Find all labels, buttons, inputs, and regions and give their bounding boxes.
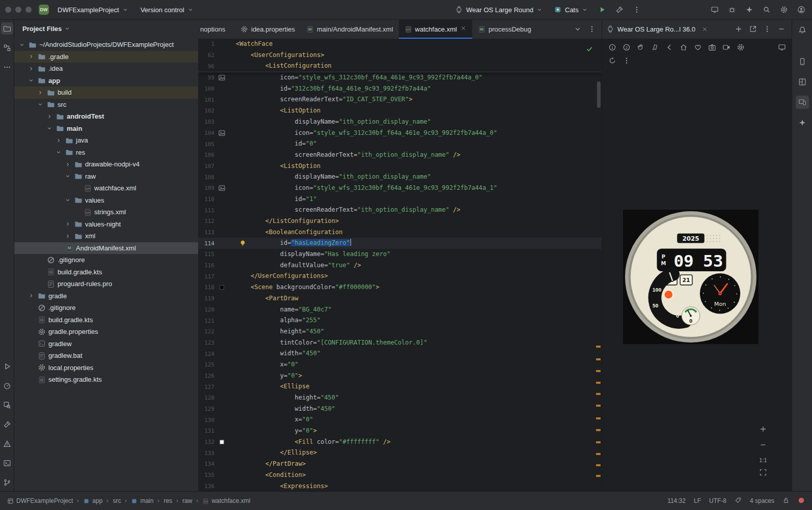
tree-item[interactable]: res bbox=[14, 147, 198, 159]
analysis-marker[interactable] bbox=[596, 405, 601, 407]
tree-item[interactable]: src bbox=[14, 99, 198, 111]
code-line[interactable]: 109 icon="style_wfs_312c30bf_f64a_461e_9… bbox=[198, 183, 602, 194]
chevron-down-icon[interactable] bbox=[65, 197, 71, 203]
heart-rate-button[interactable] bbox=[692, 41, 704, 53]
user-avatar[interactable] bbox=[795, 3, 808, 16]
code-line[interactable]: 104 icon="style_wfs_312c30bf_f64a_461e_9… bbox=[198, 128, 602, 139]
code-line[interactable]: 96 <ListConfiguration bbox=[198, 61, 602, 72]
code-line[interactable]: 129 width="450" bbox=[198, 404, 602, 415]
palm-button[interactable] bbox=[635, 41, 647, 53]
more-button[interactable] bbox=[620, 54, 633, 67]
project-button[interactable] bbox=[1, 22, 13, 35]
code-line[interactable]: 100 id="312c30bf_f64a_461e_9c93_992f2fb7… bbox=[198, 83, 602, 95]
chevron-right-icon[interactable] bbox=[65, 161, 71, 167]
code-line[interactable]: 120 name="BG_40c7" bbox=[198, 304, 602, 316]
hide-panel-button[interactable] bbox=[775, 22, 788, 36]
code-line[interactable]: 136 <Expressions> bbox=[198, 481, 602, 492]
tree-item[interactable]: build bbox=[14, 87, 198, 99]
tree-item[interactable]: </>strings.xml bbox=[14, 206, 198, 218]
structure-button[interactable] bbox=[1, 42, 13, 54]
search-button[interactable] bbox=[760, 3, 773, 16]
analysis-marker[interactable] bbox=[596, 370, 601, 372]
device-tab-title[interactable]: Wear OS Large Ro...l 36.0 bbox=[617, 25, 695, 33]
breadcrumb-item[interactable]: res bbox=[164, 497, 172, 504]
ai-assistant-button[interactable] bbox=[743, 3, 756, 16]
tree-item[interactable]: .gitignore bbox=[14, 302, 198, 314]
code-editor[interactable]: 1<WatchFace62 <UserConfigurations>96 <Li… bbox=[198, 39, 602, 492]
editor-tab[interactable]: Mmain/AndroidManifest.xml bbox=[301, 19, 399, 39]
tree-item[interactable]: main bbox=[14, 123, 198, 135]
code-line[interactable]: 114 id="hasLeadingZero" bbox=[198, 238, 602, 249]
panel-options-button[interactable] bbox=[761, 22, 774, 36]
code-line[interactable]: 117 </UserConfigurations> bbox=[198, 271, 602, 282]
breadcrumb-item[interactable]: src bbox=[113, 497, 121, 504]
add-device-button[interactable] bbox=[732, 22, 745, 36]
analysis-marker[interactable] bbox=[596, 393, 601, 395]
breadcrumb-item[interactable]: app bbox=[92, 497, 102, 504]
breadcrumb-item[interactable]: DWFExampleProject bbox=[16, 497, 73, 504]
device-manager-button[interactable] bbox=[796, 55, 809, 68]
code-line[interactable]: 135 <Condition> bbox=[198, 470, 602, 481]
device-mirror-button[interactable] bbox=[776, 41, 788, 53]
tree-item[interactable]: xml bbox=[14, 230, 198, 242]
caret-position[interactable]: 114:32 bbox=[667, 497, 686, 504]
chevron-down-icon[interactable] bbox=[19, 42, 25, 48]
zoom-window-button[interactable] bbox=[25, 7, 32, 13]
problems-button[interactable] bbox=[1, 438, 13, 450]
code-line[interactable]: 1<WatchFace bbox=[198, 39, 602, 50]
button1-button[interactable]: 1 bbox=[606, 41, 618, 53]
tilt-button[interactable] bbox=[649, 41, 661, 53]
profiler-button[interactable] bbox=[1, 380, 13, 392]
zoom-out-button[interactable] bbox=[756, 438, 770, 451]
file-encoding[interactable]: UTF-8 bbox=[709, 497, 726, 504]
device-selector[interactable]: Wear OS Large Round bbox=[451, 4, 546, 15]
tree-item[interactable]: ~/AndroidStudioProjects/DWFExampleProjec… bbox=[14, 39, 198, 51]
screen-record-button[interactable] bbox=[720, 41, 733, 53]
chevron-down-icon[interactable] bbox=[65, 173, 71, 179]
screenshot-button[interactable] bbox=[706, 41, 718, 53]
zoom-reset-button[interactable]: 1:1 bbox=[759, 457, 767, 463]
code-line[interactable]: 131 y="0"> bbox=[198, 426, 602, 437]
code-line[interactable]: 130 x="0" bbox=[198, 414, 602, 426]
line-separator[interactable]: LF bbox=[694, 497, 701, 504]
file-lock-widget[interactable] bbox=[782, 497, 790, 505]
breadcrumb-item[interactable]: raw bbox=[182, 497, 192, 504]
code-line[interactable]: 106 screenReaderText="ith_option_display… bbox=[198, 150, 602, 161]
tree-item[interactable]: values-night bbox=[14, 218, 198, 231]
editor-tab[interactable]: MprocessDebug bbox=[472, 19, 534, 39]
project-menu[interactable]: DWFExampleProject bbox=[54, 5, 132, 15]
code-line[interactable]: 102 <ListOption bbox=[198, 105, 602, 117]
tree-item[interactable]: drawable-nodpi-v4 bbox=[14, 158, 198, 171]
inspections-ok-icon[interactable] bbox=[585, 45, 593, 54]
settings-button[interactable] bbox=[777, 3, 791, 16]
layout-inspector-button[interactable] bbox=[796, 75, 809, 89]
build-button[interactable] bbox=[1, 418, 13, 431]
chevron-right-icon[interactable] bbox=[65, 233, 71, 239]
chevron-right-icon[interactable] bbox=[46, 114, 52, 120]
device-mirror-button[interactable] bbox=[708, 3, 721, 16]
code-line[interactable]: 113 <BooleanConfiguration bbox=[198, 227, 602, 238]
code-line[interactable]: 126 y="0"> bbox=[198, 371, 602, 382]
code-line[interactable]: 99 icon="style_wfs_312c30bf_f64a_461e_9c… bbox=[198, 72, 602, 83]
tree-item[interactable]: .idea bbox=[14, 63, 198, 75]
code-line[interactable]: 112 </ListConfiguration> bbox=[198, 216, 602, 227]
breadcrumb-item[interactable]: watchface.xml bbox=[211, 497, 250, 504]
button2-button[interactable]: 2 bbox=[620, 41, 633, 53]
code-line[interactable]: 115 displayName="Has leading zero" bbox=[198, 249, 602, 260]
tree-item[interactable]: gradle bbox=[14, 290, 198, 302]
tree-item[interactable]: Gbuild.gradle.kts bbox=[14, 314, 198, 326]
minimize-window-button[interactable] bbox=[15, 7, 21, 13]
zoom-in-button[interactable] bbox=[756, 422, 770, 436]
tab-options-button[interactable] bbox=[585, 22, 599, 36]
back-button[interactable] bbox=[663, 41, 675, 53]
chevron-down-icon[interactable] bbox=[56, 149, 62, 155]
chevron-down-icon[interactable] bbox=[37, 101, 43, 107]
code-line[interactable]: 107 <ListOption bbox=[198, 161, 602, 172]
analysis-marker[interactable] bbox=[596, 382, 601, 384]
tree-item[interactable]: raw bbox=[14, 171, 198, 183]
run-config-selector[interactable]: Cats bbox=[550, 4, 591, 15]
settings-button[interactable] bbox=[735, 41, 747, 53]
code-line[interactable]: 128 height="450" bbox=[198, 392, 602, 404]
open-in-window-button[interactable] bbox=[746, 22, 760, 36]
zoom-to-fit-button[interactable] bbox=[756, 466, 770, 479]
